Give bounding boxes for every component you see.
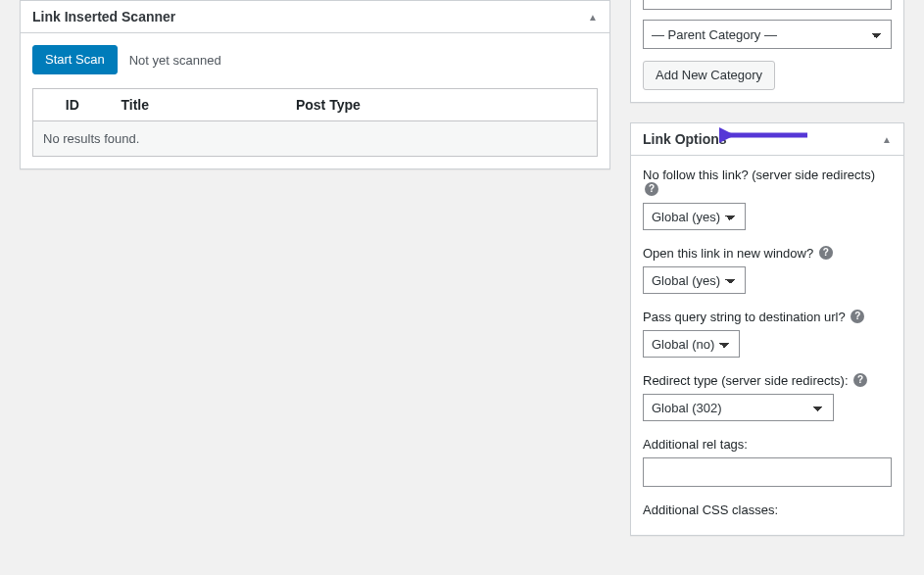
redirect-label: Redirect type (server side redirects): ? bbox=[643, 373, 892, 388]
link-options-header[interactable]: Link Options ▲ bbox=[631, 123, 903, 156]
scanner-box-header[interactable]: Link Inserted Scanner ▲ bbox=[21, 1, 609, 33]
help-icon[interactable]: ? bbox=[851, 310, 864, 323]
annotation-arrow-icon bbox=[719, 125, 817, 145]
querystring-select[interactable]: Global (no) bbox=[643, 330, 740, 358]
reltags-input[interactable] bbox=[643, 457, 892, 487]
parent-category-select[interactable]: — Parent Category — bbox=[643, 20, 892, 49]
col-post-type[interactable]: Post Type bbox=[286, 89, 598, 121]
newwindow-label: Open this link in new window? ? bbox=[643, 246, 892, 261]
link-options-box: Link Options ▲ No follow this link? (ser… bbox=[630, 122, 904, 536]
nofollow-label: No follow this link? (server side redire… bbox=[643, 168, 892, 197]
no-results-text: No results found. bbox=[33, 121, 598, 157]
start-scan-button[interactable]: Start Scan bbox=[32, 45, 118, 74]
scanner-title: Link Inserted Scanner bbox=[32, 9, 175, 24]
category-box: — Parent Category — Add New Category bbox=[630, 0, 904, 103]
scan-results-table: ID Title Post Type No results found. bbox=[32, 88, 598, 157]
reltags-label: Additional rel tags: bbox=[643, 437, 892, 452]
redirect-select[interactable]: Global (302) bbox=[643, 394, 834, 421]
help-icon[interactable]: ? bbox=[853, 373, 867, 387]
scan-status-text: Not yet scanned bbox=[129, 53, 221, 68]
cssclasses-label: Additional CSS classes: bbox=[643, 503, 892, 517]
collapse-icon[interactable]: ▲ bbox=[882, 134, 892, 145]
table-header-row: ID Title Post Type bbox=[33, 89, 598, 121]
table-row-empty: No results found. bbox=[33, 121, 598, 157]
add-new-category-button[interactable]: Add New Category bbox=[643, 61, 775, 90]
help-icon[interactable]: ? bbox=[819, 246, 833, 260]
link-inserted-scanner-box: Link Inserted Scanner ▲ Start Scan Not y… bbox=[20, 0, 610, 169]
col-id[interactable]: ID bbox=[33, 89, 112, 121]
nofollow-select[interactable]: Global (yes) bbox=[643, 203, 746, 230]
col-title[interactable]: Title bbox=[112, 89, 286, 121]
partial-input-clipped[interactable] bbox=[643, 0, 892, 10]
newwindow-select[interactable]: Global (yes) bbox=[643, 266, 746, 294]
link-options-title: Link Options bbox=[643, 131, 727, 147]
collapse-icon[interactable]: ▲ bbox=[588, 12, 598, 23]
help-icon[interactable]: ? bbox=[645, 182, 658, 196]
querystring-label: Pass query string to destination url? ? bbox=[643, 310, 892, 324]
